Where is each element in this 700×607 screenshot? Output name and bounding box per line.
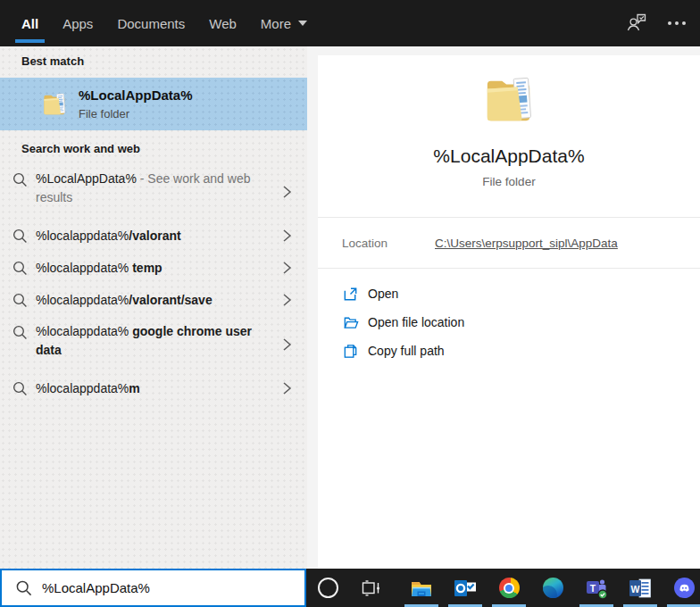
taskbar-search-box[interactable] (0, 569, 306, 607)
open-folder-icon (342, 314, 359, 331)
windows-search-flyout: All Apps Documents Web More (0, 0, 700, 607)
discord-button[interactable] (666, 569, 700, 607)
suggestion-query: %LocalAppData% (36, 171, 137, 186)
word-button[interactable]: W (622, 569, 658, 607)
location-label: Location (342, 237, 435, 250)
location-link[interactable]: C:\Users\erpsupport_sipl\AppData (435, 237, 618, 250)
svg-text:W: W (631, 583, 640, 594)
filter-tabs: All Apps Documents Web More (21, 0, 307, 46)
copy-icon (342, 343, 359, 360)
best-match-result[interactable]: %LocalAppData% File folder (0, 78, 307, 130)
folder-icon-large (481, 74, 537, 124)
chevron-down-icon (298, 21, 307, 26)
chevron-right-icon[interactable] (282, 229, 292, 243)
word-icon: W (629, 578, 652, 599)
folder-icon (41, 92, 68, 116)
feedback-icon[interactable] (625, 11, 648, 37)
search-icon (12, 171, 29, 188)
chevron-right-icon[interactable] (282, 381, 292, 395)
search-input[interactable] (42, 580, 304, 595)
search-icon (12, 324, 29, 341)
file-explorer-button[interactable] (404, 569, 439, 607)
chevron-right-icon[interactable] (282, 185, 292, 199)
chevron-right-icon[interactable] (282, 261, 292, 275)
chrome-icon (499, 578, 520, 598)
cortana-button[interactable] (310, 569, 346, 607)
preview-pane: %LocalAppData% File folder Location C:\U… (307, 46, 700, 569)
task-view-button[interactable] (354, 569, 389, 607)
location-row: Location C:\Users\erpsupport_sipl\AppDat… (318, 218, 700, 268)
action-open-file-location[interactable]: Open file location (318, 308, 700, 337)
search-icon (12, 292, 29, 309)
tab-all-label: All (21, 16, 38, 31)
outlook-button[interactable] (447, 569, 483, 607)
suggestion-m[interactable]: %localappdata%m (0, 372, 307, 404)
search-filter-bar: All Apps Documents Web More (0, 0, 700, 46)
edge-icon (543, 578, 563, 598)
tab-more[interactable]: More (261, 0, 307, 46)
search-icon (12, 260, 29, 277)
tab-documents[interactable]: Documents (117, 0, 185, 46)
task-view-icon (361, 578, 382, 598)
search-icon (15, 579, 33, 597)
suggestion-temp[interactable]: %localappdata% temp (0, 252, 307, 284)
chrome-button[interactable] (491, 569, 527, 607)
file-explorer-icon (410, 578, 433, 599)
open-icon (342, 286, 359, 303)
tab-more-label: More (261, 16, 291, 31)
action-copy-full-path[interactable]: Copy full path (318, 337, 700, 365)
chevron-right-icon[interactable] (282, 337, 292, 352)
tab-documents-label: Documents (117, 16, 185, 31)
results-pane: Best match %LocalAppData% File folder Se… (0, 46, 307, 569)
detail-title: %LocalAppData% (318, 146, 700, 167)
teams-button[interactable]: T (579, 569, 614, 607)
chevron-right-icon[interactable] (282, 293, 292, 307)
active-tab-underline (15, 39, 45, 43)
search-icon (12, 380, 29, 397)
action-open[interactable]: Open (318, 279, 700, 308)
tab-apps-label: Apps (62, 16, 93, 31)
suggestion-valorant-save[interactable]: %localappdata%/valorant/save (0, 284, 307, 316)
web-results-header: Search work and web (0, 142, 307, 156)
discord-icon (674, 578, 695, 598)
cortana-icon (318, 578, 338, 598)
teams-icon: T (585, 577, 608, 600)
tab-web-label: Web (209, 16, 237, 31)
detail-subtitle: File folder (318, 175, 700, 189)
suggestion-see-web-results[interactable]: %LocalAppData% - See work and web result… (0, 163, 307, 220)
tab-web[interactable]: Web (209, 0, 237, 46)
suggestion-valorant[interactable]: %localappdata%/valorant (0, 220, 307, 252)
tab-apps[interactable]: Apps (62, 0, 93, 46)
result-detail-card: %LocalAppData% File folder Location C:\U… (318, 55, 700, 569)
taskbar: T W (306, 569, 700, 607)
best-match-header: Best match (0, 46, 307, 69)
search-icon (12, 228, 29, 245)
outlook-icon (454, 578, 477, 599)
best-match-title: %LocalAppData% (79, 87, 193, 104)
more-options-icon[interactable] (675, 21, 679, 25)
edge-button[interactable] (535, 569, 571, 607)
suggestion-list: %LocalAppData% - See work and web result… (0, 163, 307, 404)
best-match-subtitle: File folder (79, 107, 193, 121)
action-list: Open Open file location Copy full path (318, 269, 700, 365)
suggestion-google-chrome-user-data[interactable]: %localappdata% google chrome user data (0, 316, 307, 372)
tab-all[interactable]: All (21, 0, 38, 46)
svg-text:T: T (590, 582, 596, 593)
